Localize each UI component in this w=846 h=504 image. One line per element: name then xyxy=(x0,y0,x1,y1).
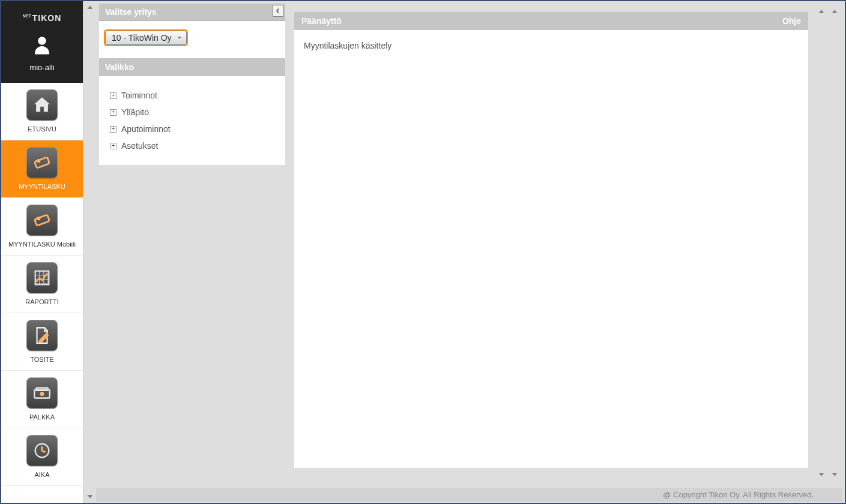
company-select-value: 10 - TikoWin Oy xyxy=(112,33,172,43)
expand-icon: + xyxy=(110,109,116,116)
nav-item-raportti[interactable]: RAPORTTI xyxy=(1,256,83,313)
nav-label: MYYNTILASKU xyxy=(19,183,65,191)
user-name: mio-alli xyxy=(29,63,54,72)
svg-rect-3 xyxy=(34,215,49,226)
chevron-down-icon xyxy=(177,33,183,43)
brand-prefix: NET xyxy=(23,14,31,18)
tree-item-label: Asetukset xyxy=(121,141,158,151)
user-icon xyxy=(31,34,53,57)
tree-item-label: Aputoiminnot xyxy=(121,124,171,134)
nav-item-aika[interactable]: AIKA xyxy=(1,428,83,486)
sidebar-scroll xyxy=(83,1,97,503)
tree-item-toiminnot[interactable]: + Toiminnot xyxy=(107,87,277,104)
svg-point-0 xyxy=(38,37,46,45)
collapse-panel-button[interactable] xyxy=(272,5,284,17)
sidebar-nav: ETUSIVU MYYNTILASKU MYYNTILASKU Mobiili … xyxy=(1,83,83,503)
svg-point-4 xyxy=(38,217,40,219)
main-content-text: Myyntilaskujen käsittely xyxy=(304,41,391,50)
main-header: Päänäyttö Ohje xyxy=(294,12,808,30)
company-select-row: 10 - TikoWin Oy xyxy=(99,21,285,58)
brand-logo: NET TIKON xyxy=(23,13,62,23)
expand-icon: + xyxy=(110,126,116,133)
scroll-down-icon[interactable] xyxy=(828,469,841,480)
chart-icon xyxy=(26,262,58,293)
svg-point-7 xyxy=(40,392,44,396)
home-icon xyxy=(26,89,58,121)
main-body: Myyntilaskujen käsittely xyxy=(294,30,808,61)
document-edit-icon xyxy=(26,320,58,351)
tree-item-asetukset[interactable]: + Asetukset xyxy=(107,137,277,154)
tree-item-label: Ylläpito xyxy=(121,107,149,117)
nav-item-etusivu[interactable]: ETUSIVU xyxy=(1,83,83,140)
svg-point-2 xyxy=(38,160,40,161)
nav-item-myyntilasku-mobiili[interactable]: MYYNTILASKU Mobiili xyxy=(1,198,83,256)
expand-icon: + xyxy=(110,92,116,99)
tree-item-yllapito[interactable]: + Ylläpito xyxy=(107,104,277,121)
menu-tree: + Toiminnot + Ylläpito + Aputoiminnot + … xyxy=(99,76,285,165)
nav-label: RAPORTTI xyxy=(25,298,58,306)
sidebar-header: NET TIKON mio-alli xyxy=(1,1,83,83)
nav-label: AIKA xyxy=(34,471,49,479)
scroll-up-icon[interactable] xyxy=(815,6,828,17)
tag-icon xyxy=(26,147,58,178)
menu-header: Valikko xyxy=(99,58,285,76)
svg-rect-1 xyxy=(34,157,49,168)
tag-icon xyxy=(26,205,58,236)
nav-item-palkka[interactable]: PALKKA xyxy=(1,371,83,428)
scroll-down-icon[interactable] xyxy=(84,491,96,503)
scroll-up-icon[interactable] xyxy=(828,6,841,17)
footer-copyright: @ Copyright Tikon Oy. All Rights Reserve… xyxy=(96,488,842,502)
svg-rect-5 xyxy=(35,271,49,285)
help-link[interactable]: Ohje xyxy=(782,16,801,26)
select-company-header: Valitse yritys xyxy=(99,4,285,21)
company-select[interactable]: 10 - TikoWin Oy xyxy=(105,31,187,45)
main-panel: Päänäyttö Ohje Myyntilaskujen käsittely xyxy=(294,12,808,468)
app-shell: NET TIKON mio-alli ETUSIVU MYYNTILASKU xyxy=(0,0,846,504)
scroll-up-icon[interactable] xyxy=(84,1,96,13)
sidebar: NET TIKON mio-alli ETUSIVU MYYNTILASKU xyxy=(1,1,83,503)
page-scroll xyxy=(828,6,841,480)
clock-icon xyxy=(26,435,58,466)
select-company-title: Valitse yritys xyxy=(105,7,157,17)
panel-scroll xyxy=(815,6,828,480)
money-icon xyxy=(26,377,58,409)
tree-item-aputoiminnot[interactable]: + Aputoiminnot xyxy=(107,121,277,137)
nav-item-myyntilasku[interactable]: MYYNTILASKU xyxy=(1,140,83,198)
nav-label: PALKKA xyxy=(29,413,55,421)
expand-icon: + xyxy=(110,143,116,149)
nav-label: TOSITE xyxy=(30,356,54,364)
accordion-panel: Valitse yritys 10 - TikoWin Oy Valikko +… xyxy=(99,4,285,498)
tree-item-label: Toiminnot xyxy=(121,91,157,100)
nav-item-tosite[interactable]: TOSITE xyxy=(1,313,83,371)
scroll-down-icon[interactable] xyxy=(815,469,828,480)
main-title: Päänäyttö xyxy=(301,16,342,26)
nav-label: MYYNTILASKU Mobiili xyxy=(8,241,76,248)
nav-label: ETUSIVU xyxy=(28,125,56,133)
brand-name: TIKON xyxy=(32,13,62,23)
